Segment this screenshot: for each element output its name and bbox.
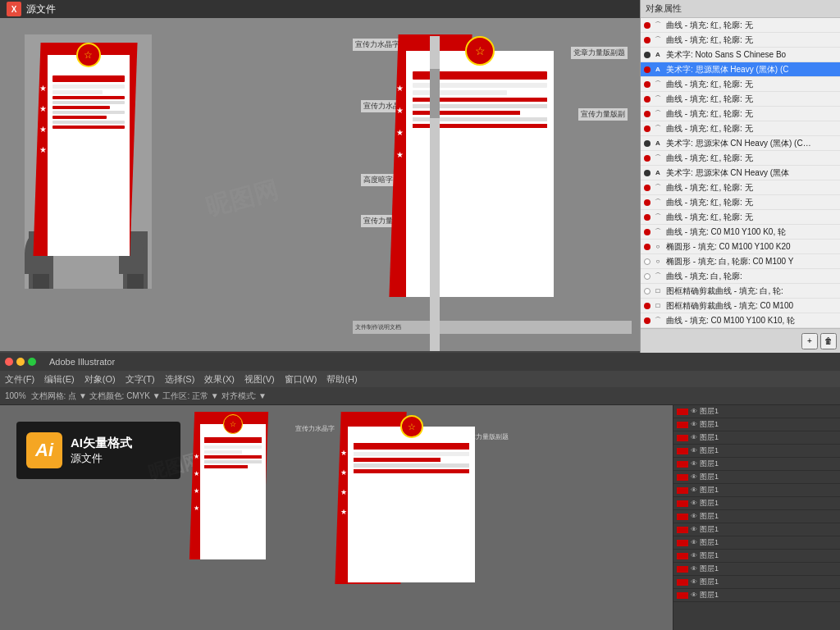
ai-layer-color: [677, 500, 688, 507]
pot-right: [127, 274, 144, 289]
scrollbar-thumb[interactable]: [430, 69, 440, 118]
visibility-icon[interactable]: 👁: [691, 500, 697, 507]
layer-item-10[interactable]: ⌒曲线 - 填充: 红, 轮廓: 无: [641, 151, 840, 166]
layer-label: 美术字: 思源宋体 CN Heavy (黑体: [666, 167, 789, 179]
layer-label: 曲线 - 填充: 白, 轮廓:: [666, 271, 742, 282]
layer-item-1[interactable]: ⌒曲线 - 填充: 红, 轮廓: 无: [641, 18, 840, 33]
visibility-icon[interactable]: 👁: [691, 591, 697, 599]
ai-layer-item-8[interactable]: 👁图层1: [673, 510, 840, 523]
ai-layer-color: [677, 409, 688, 415]
layer-item-6[interactable]: ⌒曲线 - 填充: 红, 轮廓: 无: [641, 92, 840, 107]
right-emblem: ☆: [465, 36, 495, 66]
visibility-icon[interactable]: 👁: [691, 565, 697, 573]
layer-item-16[interactable]: ○椭圆形 - 填充: C0 M100 Y100 K20: [641, 240, 840, 254]
layer-item-9[interactable]: A美术字: 思源宋体 CN Heavy (黑体) (CHC: [641, 136, 840, 151]
visibility-icon[interactable]: 👁: [691, 539, 697, 546]
visibility-icon[interactable]: 👁: [691, 552, 697, 559]
menu-select[interactable]: 选择(S): [165, 373, 195, 386]
layer-type-icon: ⌒: [653, 212, 663, 222]
btm-white-1: ☆: [200, 424, 266, 559]
layer-label: 曲线 - 填充: 红, 轮廓: 无: [666, 182, 753, 194]
ai-layer-item-6[interactable]: 👁图层1: [673, 484, 840, 497]
top-scrollbar[interactable]: [430, 36, 440, 351]
layer-item-20[interactable]: □图框精确剪裁曲线 - 填充: C0 M100: [641, 299, 840, 313]
bs-1: ★: [194, 453, 199, 460]
content-line-3: [52, 90, 103, 94]
menu-file[interactable]: 文件(F): [5, 373, 34, 386]
ai-layer-item-5[interactable]: 👁图层1: [673, 471, 840, 484]
visibility-icon[interactable]: 👁: [691, 408, 697, 415]
layer-item-7[interactable]: ⌒曲线 - 填充: 红, 轮廓: 无: [641, 107, 840, 121]
visibility-icon[interactable]: 👁: [691, 434, 697, 441]
layer-item-8[interactable]: ⌒曲线 - 填充: 红, 轮廓: 无: [641, 121, 840, 136]
design-preview-right: 宣传力水晶字 党章力量版副题 宣传力水晶字 宣传力量版副 高度暗字 宣传力量版付…: [353, 26, 632, 338]
maximize-btn[interactable]: [28, 358, 36, 366]
coreldraw-window: X 源文件 昵图网 昵图网 ☆: [0, 0, 640, 353]
ai-layer-color: [677, 553, 688, 559]
ai-layer-item-0[interactable]: 👁图层1: [673, 405, 840, 418]
ai-layer-item-9[interactable]: 👁图层1: [673, 523, 840, 536]
layer-item-4[interactable]: A美术字: 思源黑体 Heavy (黑体) (C: [641, 62, 840, 77]
visibility-icon[interactable]: 👁: [691, 526, 697, 533]
ai-layer-item-12[interactable]: 👁图层1: [673, 563, 840, 576]
rc-line-6: [413, 111, 520, 115]
layer-item-12[interactable]: ⌒曲线 - 填充: 红, 轮廓: 无: [641, 180, 840, 195]
btm2-line-2: [354, 452, 469, 456]
new-layer-btn[interactable]: +: [801, 333, 818, 349]
layer-item-5[interactable]: ⌒曲线 - 填充: 红, 轮廓: 无: [641, 77, 840, 92]
layer-type-icon: ⌒: [653, 227, 663, 237]
ai-layer-color: [677, 566, 688, 573]
white-board: ☆: [48, 55, 130, 256]
layer-item-13[interactable]: ⌒曲线 - 填充: 红, 轮廓: 无: [641, 195, 840, 210]
ai-layer-color: [677, 461, 688, 468]
ai-layer-label: 图层1: [700, 406, 719, 417]
btm2-line-4: [354, 463, 469, 468]
ai-layer-item-14[interactable]: 👁图层1: [673, 589, 840, 602]
menu-edit[interactable]: 编辑(E): [44, 373, 75, 386]
layer-item-14[interactable]: ⌒曲线 - 填充: 红, 轮廓: 无: [641, 210, 840, 225]
visibility-icon[interactable]: 👁: [691, 486, 697, 494]
layer-item-2[interactable]: ⌒曲线 - 填充: 红, 轮廓: 无: [641, 33, 840, 48]
right-white-board: ☆: [406, 51, 554, 297]
visibility-icon[interactable]: 👁: [691, 473, 697, 481]
ai-layer-item-2[interactable]: 👁图层1: [673, 431, 840, 445]
info-text-top: 文件制作说明文档: [353, 321, 632, 335]
delete-layer-btn[interactable]: 🗑: [820, 333, 837, 349]
ai-layer-item-4[interactable]: 👁图层1: [673, 458, 840, 471]
menu-view[interactable]: 视图(V): [244, 373, 275, 386]
layer-type-icon: □: [653, 286, 663, 296]
visibility-icon[interactable]: 👁: [691, 421, 697, 428]
visibility-icon[interactable]: 👁: [691, 447, 697, 454]
visibility-icon[interactable]: 👁: [691, 578, 697, 586]
coreldraw-icon: X: [7, 2, 21, 16]
btm-stars-2: ★ ★ ★ ★: [340, 449, 347, 516]
btm-line-4: [204, 455, 262, 459]
menu-window[interactable]: 窗口(W): [285, 373, 317, 386]
layer-label: 曲线 - 填充: 红, 轮廓: 无: [666, 108, 753, 120]
ai-layer-color: [677, 487, 688, 494]
ai-layer-item-7[interactable]: 👁图层1: [673, 497, 840, 510]
ai-layer-item-10[interactable]: 👁图层1: [673, 536, 840, 550]
watermark-2: 昵图网: [202, 173, 282, 225]
layer-item-11[interactable]: A美术字: 思源宋体 CN Heavy (黑体: [641, 166, 840, 180]
layer-item-18[interactable]: ⌒曲线 - 填充: 白, 轮廓:: [641, 269, 840, 284]
layer-item-19[interactable]: □图框精确剪裁曲线 - 填充: 白, 轮:: [641, 284, 840, 299]
menu-text[interactable]: 文字(T): [126, 373, 155, 386]
ai-layer-color: [677, 540, 688, 546]
close-btn[interactable]: [5, 358, 13, 366]
ai-layer-item-11[interactable]: 👁图层1: [673, 550, 840, 563]
menu-help[interactable]: 帮助(H): [326, 373, 357, 386]
ai-layer-item-1[interactable]: 👁图层1: [673, 418, 840, 431]
ai-layer-item-13[interactable]: 👁图层1: [673, 576, 840, 589]
menu-effect[interactable]: 效果(X): [204, 373, 235, 386]
layer-item-15[interactable]: ⌒曲线 - 填充: C0 M10 Y100 K0, 轮: [641, 225, 840, 240]
ai-layer-item-3[interactable]: 👁图层1: [673, 445, 840, 458]
layer-item-17[interactable]: ○椭圆形 - 填充: 白, 轮廓: C0 M100 Y: [641, 254, 840, 269]
layer-item-3[interactable]: A美术字: Noto Sans S Chinese Bo: [641, 48, 840, 62]
minimize-btn[interactable]: [16, 358, 25, 366]
menu-object[interactable]: 对象(O): [84, 373, 116, 386]
visibility-icon[interactable]: 👁: [691, 513, 697, 520]
layer-item-21[interactable]: ⌒曲线 - 填充: C0 M100 Y100 K10, 轮: [641, 313, 840, 328]
visibility-icon[interactable]: 👁: [691, 460, 697, 468]
layer-type-icon: ○: [653, 257, 663, 267]
